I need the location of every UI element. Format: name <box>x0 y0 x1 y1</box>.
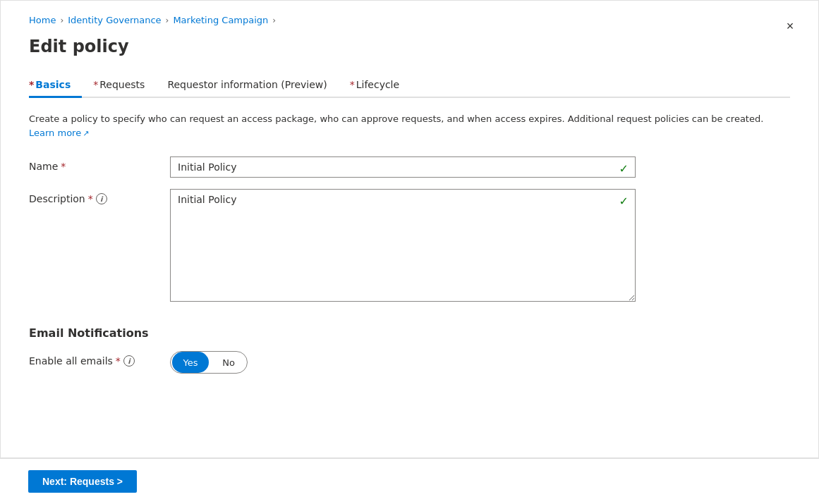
tab-basics-required: * <box>29 79 34 90</box>
name-label: Name * <box>29 156 170 172</box>
name-field-container: ✓ <box>170 156 636 178</box>
enable-emails-info-icon[interactable]: i <box>123 355 135 367</box>
tab-requests[interactable]: *Requests <box>82 73 156 98</box>
tab-requestor-info[interactable]: Requestor information (Preview) <box>156 73 338 98</box>
description-check-icon: ✓ <box>619 195 629 208</box>
yes-no-toggle[interactable]: Yes No <box>170 351 248 374</box>
enable-emails-label: Enable all emails * i <box>29 351 170 367</box>
breadcrumb-sep-1: › <box>60 16 63 25</box>
tab-requests-required: * <box>93 79 98 90</box>
tab-basics[interactable]: *Basics <box>29 73 82 98</box>
close-icon: × <box>787 19 794 34</box>
description-textarea[interactable]: Initial Policy <box>170 189 636 302</box>
toggle-container-wrapper: Yes No <box>170 351 248 374</box>
description-label: Description * i <box>29 189 170 204</box>
tabs-container: *Basics *Requests Requestor information … <box>29 73 790 98</box>
breadcrumb-sep-3: › <box>272 16 276 25</box>
description-info-icon[interactable]: i <box>96 193 107 204</box>
description-block: Create a policy to specify who can reque… <box>29 112 790 140</box>
close-button[interactable]: × <box>779 15 801 37</box>
name-row: Name * ✓ <box>29 156 790 178</box>
toggle-no[interactable]: No <box>210 352 247 373</box>
name-check-icon: ✓ <box>619 162 629 176</box>
external-link-icon: ↗ <box>83 129 89 138</box>
description-text: Create a policy to specify who can reque… <box>29 112 790 140</box>
description-required-indicator: * <box>88 193 93 204</box>
next-button[interactable]: Next: Requests > <box>28 470 137 493</box>
email-notifications-heading: Email Notifications <box>29 326 790 340</box>
tab-lifecycle-required: * <box>350 79 355 90</box>
name-required-indicator: * <box>61 161 66 172</box>
email-notifications-section: Email Notifications Enable all emails * … <box>29 326 790 374</box>
breadcrumb-sep-2: › <box>166 16 169 25</box>
page-title: Edit policy <box>29 37 790 56</box>
enable-emails-required: * <box>116 355 121 367</box>
learn-more-link[interactable]: Learn more↗ <box>29 128 89 138</box>
breadcrumb-identity-governance[interactable]: Identity Governance <box>68 15 161 25</box>
bottom-bar: Next: Requests > <box>0 458 819 504</box>
description-field-container: Initial Policy ✓ <box>170 189 636 304</box>
tab-lifecycle[interactable]: *Lifecycle <box>339 73 411 98</box>
name-input[interactable] <box>170 156 636 178</box>
breadcrumb: Home › Identity Governance › Marketing C… <box>29 15 790 25</box>
breadcrumb-marketing-campaign[interactable]: Marketing Campaign <box>173 15 268 25</box>
enable-emails-row: Enable all emails * i Yes No <box>29 351 790 374</box>
toggle-yes[interactable]: Yes <box>172 352 209 373</box>
description-row: Description * i Initial Policy ✓ <box>29 189 790 304</box>
breadcrumb-home[interactable]: Home <box>29 15 56 25</box>
form-section: Name * ✓ Description * i Initial Policy … <box>29 156 790 304</box>
